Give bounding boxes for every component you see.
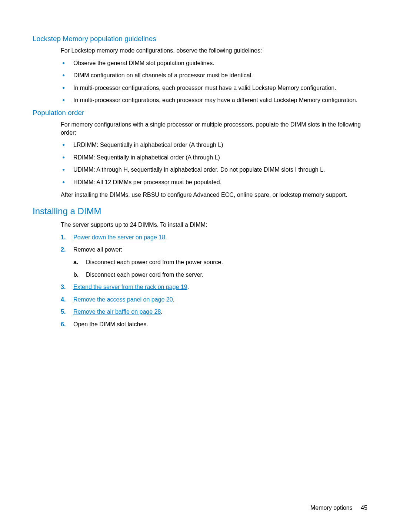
install-body: The server supports up to 24 DIMMs. To i… bbox=[61, 221, 363, 328]
link-remove-access-panel[interactable]: Remove the access panel on page 20 bbox=[73, 296, 173, 303]
punct: . bbox=[165, 234, 167, 240]
heading-installing-dimm: Installing a DIMM bbox=[33, 206, 367, 216]
lockstep-bullet-list: Observe the general DIMM slot population… bbox=[61, 59, 363, 104]
heading-population-order: Population order bbox=[33, 109, 367, 117]
page-footer: Memory options 45 bbox=[310, 505, 367, 511]
poporder-bullet: LRDIMM: Sequentially in alphabetical ord… bbox=[61, 141, 363, 149]
punct: . bbox=[187, 284, 189, 290]
poporder-bullet: HDIMM: All 12 DIMMs per processor must b… bbox=[61, 178, 363, 186]
punct: . bbox=[161, 309, 162, 315]
poporder-bullet: UDIMM: A through H, sequentially in alph… bbox=[61, 166, 363, 174]
poporder-intro: For memory configurations with a single … bbox=[61, 121, 363, 137]
lockstep-bullet: DIMM configuration on all channels of a … bbox=[61, 71, 363, 80]
install-step-1: Power down the server on page 18. bbox=[61, 233, 363, 242]
lockstep-bullet: Observe the general DIMM slot population… bbox=[61, 59, 363, 67]
poporder-body: For memory configurations with a single … bbox=[61, 121, 363, 199]
link-remove-air-baffle[interactable]: Remove the air baffle on page 28 bbox=[73, 309, 161, 315]
lockstep-body: For Lockstep memory mode configurations,… bbox=[61, 47, 363, 104]
heading-lockstep: Lockstep Memory population guidelines bbox=[33, 35, 367, 43]
install-step-3: Extend the server from the rack on page … bbox=[61, 283, 363, 291]
lockstep-bullet: In multi-processor configurations, each … bbox=[61, 84, 363, 92]
link-power-down-server[interactable]: Power down the server on page 18 bbox=[73, 234, 165, 240]
poporder-after: After installing the DIMMs, use RBSU to … bbox=[61, 191, 363, 199]
install-substep-b: Disconnect each power cord from the serv… bbox=[73, 271, 363, 279]
install-step-4: Remove the access panel on page 20. bbox=[61, 296, 363, 304]
lockstep-bullet: In multi-processor configurations, each … bbox=[61, 96, 363, 104]
install-substep-a: Disconnect each power cord from the powe… bbox=[73, 258, 363, 266]
lockstep-intro: For Lockstep memory mode configurations,… bbox=[61, 47, 363, 55]
install-step-6: Open the DIMM slot latches. bbox=[61, 320, 363, 329]
install-steps: Power down the server on page 18. Remove… bbox=[61, 233, 363, 329]
poporder-bullet-list: LRDIMM: Sequentially in alphabetical ord… bbox=[61, 141, 363, 186]
install-step-2-text: Remove all power: bbox=[73, 246, 123, 253]
install-step-2: Remove all power: Disconnect each power … bbox=[61, 246, 363, 279]
install-substeps: Disconnect each power cord from the powe… bbox=[73, 258, 363, 279]
footer-page-number: 45 bbox=[361, 505, 367, 511]
footer-section: Memory options bbox=[310, 505, 353, 511]
poporder-bullet: RDIMM: Sequentially in alphabetical orde… bbox=[61, 154, 363, 162]
install-step-5: Remove the air baffle on page 28. bbox=[61, 308, 363, 316]
punct: . bbox=[173, 296, 174, 303]
link-extend-server[interactable]: Extend the server from the rack on page … bbox=[73, 284, 187, 290]
install-intro: The server supports up to 24 DIMMs. To i… bbox=[61, 221, 363, 229]
